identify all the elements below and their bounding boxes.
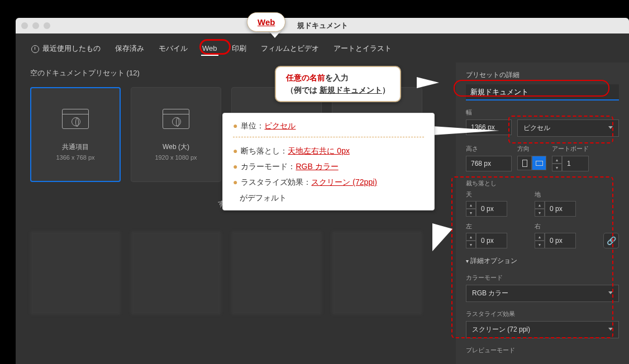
bleed-label: 裁ち落とし [466, 179, 619, 188]
stepper-down[interactable]: ▾ [466, 241, 476, 248]
raster-select[interactable]: スクリーン (72 ppi) [466, 321, 619, 338]
stepper-down[interactable]: ▾ [535, 241, 545, 248]
orientation-label: 方向 [517, 145, 546, 153]
tab-web[interactable]: Web [201, 42, 218, 56]
callout-text: （例では [286, 85, 320, 94]
bleed-top-input[interactable] [476, 201, 507, 217]
clock-icon [31, 45, 39, 53]
bleed-right-label: 右 [535, 222, 594, 231]
callout-text: RGB カラー [296, 162, 338, 171]
stepper-up[interactable]: ▴ [466, 233, 476, 241]
callout-text: 任意の名前 [286, 73, 325, 82]
stepper-down[interactable]: ▾ [466, 209, 476, 217]
preset-card-web-large[interactable]: Web (大) 1920 x 1080 px [131, 87, 221, 182]
preset-area: 空のドキュメントプリセット (12) 共通項目 1366 x 768 px We… [16, 63, 456, 364]
callout-text: がデフォルト [240, 193, 287, 202]
stepper-up[interactable]: ▴ [535, 201, 545, 209]
stepper-down[interactable]: ▾ [535, 209, 545, 217]
bleed-top-label: 天 [466, 190, 526, 199]
tab-film[interactable]: フィルムとビデオ [260, 41, 320, 56]
preset-dim: 1366 x 768 px [56, 154, 94, 161]
preset-dim: 1920 x 1080 px [155, 154, 197, 161]
link-bleed-button[interactable]: 🔗 [603, 233, 619, 248]
callout-text: ） [382, 85, 390, 94]
callout-name: 任意の名前を入力 （例では 新規ドキュメント） [275, 66, 401, 102]
callout-settings: ●単位：ピクセル ●断ち落とし：天地左右共に 0px ●カラーモード：RGB カ… [222, 113, 435, 210]
tab-recent[interactable]: 最近使用したもの [30, 41, 102, 56]
width-label: 幅 [466, 108, 619, 117]
tab-saved[interactable]: 保存済み [114, 41, 145, 56]
blurred-card [231, 231, 322, 315]
blurred-card [30, 231, 121, 315]
document-icon [62, 109, 89, 129]
stepper-up[interactable]: ▴ [466, 201, 476, 209]
callout-text: ピクセル [264, 121, 296, 130]
tab-art[interactable]: アートとイラスト [332, 41, 393, 56]
artboard-down[interactable]: ▾ [552, 164, 562, 171]
artboard-up[interactable]: ▴ [552, 156, 562, 164]
callout-text: 単位： [241, 121, 264, 130]
tab-recent-label: 最近使用したもの [42, 44, 101, 52]
category-tabs: 最近使用したもの 保存済み モバイル Web 印刷 フィルムとビデオ アートとイ… [16, 33, 629, 63]
raster-label: ラスタライズ効果 [466, 310, 619, 318]
callout-text: スクリーン (72ppi) [311, 178, 377, 186]
preset-card-common[interactable]: 共通項目 1366 x 768 px [30, 87, 121, 182]
height-input[interactable] [466, 156, 512, 171]
artboard-label: アートボード [552, 145, 589, 153]
preview-label: プレビューモード [466, 346, 619, 355]
window-title: 規ドキュメント [297, 21, 348, 31]
close-icon[interactable] [21, 22, 28, 29]
document-name-input[interactable] [466, 84, 619, 100]
bleed-left-label: 左 [466, 222, 526, 231]
orientation-landscape[interactable] [532, 156, 546, 170]
globe-icon [72, 117, 80, 126]
callout-text: を入力 [325, 73, 349, 82]
callout-text: 断ち落とし： [241, 146, 288, 155]
blurred-card [131, 231, 221, 315]
colormode-select[interactable]: RGB カラー [466, 285, 619, 302]
tab-print[interactable]: 印刷 [231, 41, 247, 56]
globe-icon [172, 117, 181, 126]
callout-pointer [432, 126, 499, 135]
callout-web: Web [247, 12, 285, 32]
height-label: 高さ [466, 145, 512, 153]
preset-name: Web (大) [163, 142, 189, 152]
titlebar: 規ドキュメント [16, 18, 629, 33]
preset-details-panel: プリセットの詳細 幅 ピクセル 高さ 方向 [456, 63, 629, 364]
callout-pointer [417, 77, 439, 88]
artboard-input[interactable] [562, 156, 589, 171]
blurred-card [332, 231, 422, 315]
bleed-right-input[interactable] [545, 233, 576, 248]
minimize-icon[interactable] [32, 22, 39, 29]
bleed-bottom-input[interactable] [545, 201, 576, 217]
details-title: プリセットの詳細 [466, 70, 619, 80]
bleed-left-input[interactable] [476, 233, 507, 248]
preset-name: 共通項目 [62, 142, 89, 152]
colormode-label: カラーモード [466, 274, 619, 282]
advanced-toggle[interactable]: 詳細オプション [466, 256, 619, 266]
document-icon [163, 109, 189, 129]
callout-text: カラーモード： [241, 162, 296, 171]
window-controls [21, 22, 50, 29]
callout-text: 新規ドキュメント [320, 85, 382, 94]
callout-pointer [432, 223, 452, 251]
callout-text: ラスタライズ効果： [241, 178, 311, 186]
orientation-portrait[interactable] [517, 156, 532, 170]
stepper-up[interactable]: ▴ [535, 233, 545, 241]
tab-mobile[interactable]: モバイル [158, 41, 189, 56]
bleed-bottom-label: 地 [535, 190, 594, 199]
callout-text: 天地左右共に 0px [288, 146, 349, 155]
unit-select[interactable]: ピクセル [517, 119, 619, 137]
zoom-icon[interactable] [44, 22, 50, 29]
